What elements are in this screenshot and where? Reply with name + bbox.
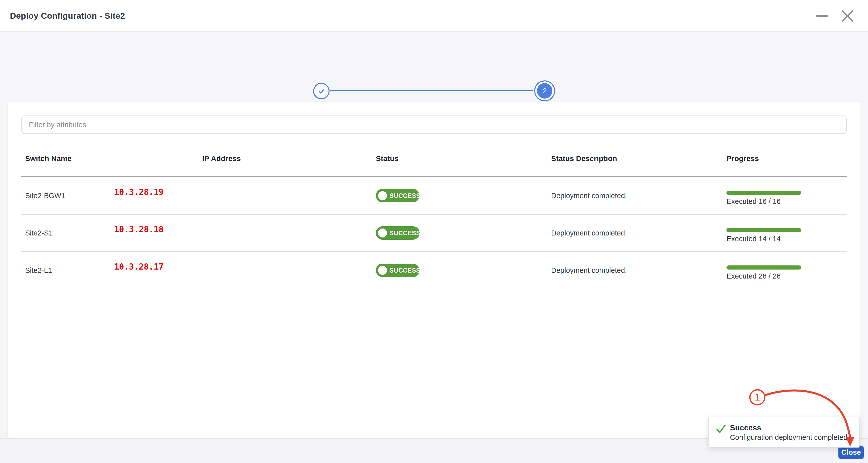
status-dot-icon: [378, 191, 387, 200]
progress-label: Executed 26 / 26: [726, 272, 801, 280]
column-header-switch-name: Switch Name: [25, 154, 72, 163]
column-header-status-description: Status Description: [551, 154, 617, 163]
column-header-status: Status: [376, 154, 399, 163]
switch-name: Site2-L1: [25, 266, 52, 274]
status-dot-icon: [378, 266, 387, 275]
column-header-progress: Progress: [726, 154, 759, 163]
table-header: Switch Name IP Address Status Status Des…: [21, 134, 847, 177]
deploy-progress-panel: Switch Name IP Address Status Status Des…: [7, 102, 860, 438]
status-badge: SUCCESS: [376, 189, 420, 202]
status-description: Deployment completed.: [551, 229, 627, 237]
progress-cell: Executed 26 / 26: [726, 266, 801, 280]
table-row: Site2-L1 10.3.28.17 SUCCESS Deployment c…: [21, 252, 847, 289]
close-icon: [841, 9, 854, 22]
progress-cell: Executed 14 / 14: [726, 228, 801, 243]
ip-address: 10.3.28.17: [114, 262, 164, 271]
switch-name: Site2-BGW1: [25, 192, 65, 200]
status-dot-icon: [378, 229, 387, 237]
dialog-titlebar: Deploy Configuration - Site2: [0, 0, 868, 32]
close-dialog-button[interactable]: [839, 0, 856, 32]
filter-input[interactable]: [21, 116, 847, 134]
step-completed-circle: [313, 83, 330, 99]
toast-title: Success: [730, 424, 761, 432]
step-active-ring: 2: [534, 80, 555, 101]
progress-cell: Executed 16 / 16: [726, 191, 801, 206]
switch-name: Site2-S1: [25, 229, 53, 237]
step-number: 2: [543, 87, 547, 95]
progress-bar: [726, 228, 801, 232]
table-body: Site2-BGW1 10.3.28.19 SUCCESS Deployment…: [21, 177, 847, 289]
dialog-title: Deploy Configuration - Site2: [10, 11, 125, 21]
ip-address: 10.3.28.18: [114, 225, 164, 234]
close-button[interactable]: Close: [838, 445, 864, 459]
wizard-stepper: Config Preview 2 Deploy Progress: [0, 32, 868, 96]
status-description: Deployment completed.: [551, 192, 627, 200]
ip-address: 10.3.28.19: [114, 187, 164, 197]
status-badge: SUCCESS: [376, 226, 420, 240]
progress-bar: [726, 266, 801, 269]
success-toast: Success Configuration deployment complet…: [708, 417, 860, 447]
progress-bar: [726, 191, 801, 195]
progress-label: Executed 16 / 16: [726, 197, 801, 206]
step-active-circle: 2: [537, 83, 552, 98]
toast-message: Configuration deployment completed.: [730, 433, 849, 442]
column-header-ip-address: IP Address: [202, 154, 241, 163]
minimize-icon: [816, 15, 828, 17]
check-icon: [317, 87, 326, 95]
table-row: Site2-S1 10.3.28.18 SUCCESS Deployment c…: [21, 214, 847, 252]
table-row: Site2-BGW1 10.3.28.19 SUCCESS Deployment…: [21, 177, 847, 214]
status-badge: SUCCESS: [376, 264, 420, 277]
status-description: Deployment completed.: [551, 266, 627, 274]
minimize-button[interactable]: [813, 0, 831, 32]
progress-label: Executed 14 / 14: [726, 235, 801, 243]
stepper-connector: [330, 90, 533, 91]
check-icon: [715, 423, 727, 435]
